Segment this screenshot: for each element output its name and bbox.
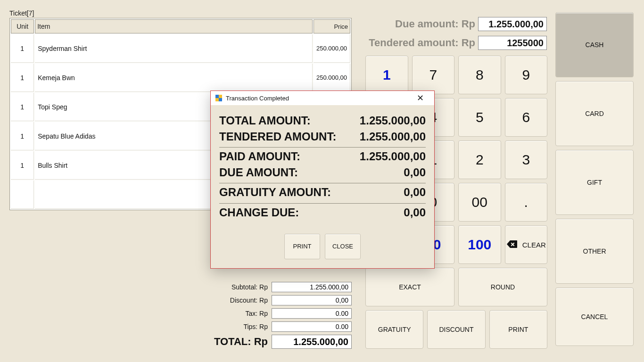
cell-price: 250.000,00: [314, 34, 350, 63]
discount-field[interactable]: [272, 295, 352, 305]
payment-methods: CASH CARD GIFT OTHER CANCEL: [555, 12, 634, 346]
totals-panel: Subtotal: Rp Discount: Rp Tax: Rp Tips: …: [9, 282, 352, 352]
round-button[interactable]: ROUND: [458, 268, 547, 306]
keypad-7[interactable]: 7: [412, 56, 455, 94]
cell-unit: 1: [11, 93, 34, 121]
dialog-title: Transaction Completed: [226, 95, 289, 102]
cell-item: Kemeja Bwn: [35, 64, 313, 92]
tips-label: Tips: Rp: [243, 323, 268, 330]
cell-unit: 1: [11, 151, 34, 180]
keypad-5[interactable]: 5: [458, 98, 501, 137]
modal-due-label: DUE AMOUNT:: [219, 165, 298, 181]
tendered-amount-label: Tendered amount: Rp: [369, 37, 475, 49]
col-header-item: Item: [35, 19, 313, 33]
pay-other-button[interactable]: OTHER: [555, 219, 634, 284]
keypad-2-bottom[interactable]: 2: [458, 140, 501, 179]
pay-gift-button[interactable]: GIFT: [555, 150, 634, 215]
quick-100[interactable]: 100: [458, 225, 501, 264]
col-header-unit: Unit: [11, 19, 34, 33]
discount-button[interactable]: DISCOUNT: [427, 310, 485, 349]
keypad-00[interactable]: 00: [458, 183, 501, 222]
cell-item: Spyderman Shirt: [35, 34, 313, 63]
dialog-body: TOTAL AMOUNT:1.255.000,00 TENDERED AMOUN…: [211, 105, 434, 259]
modal-total-value: 1.255.000,00: [360, 113, 426, 129]
keypad-9[interactable]: 9: [505, 56, 548, 94]
discount-label: Discount: Rp: [230, 296, 268, 304]
modal-tendered-label: TENDERED AMOUNT:: [219, 129, 336, 145]
pay-card-button[interactable]: CARD: [555, 81, 634, 146]
pay-cash-button[interactable]: CASH: [555, 12, 634, 77]
keypad-1[interactable]: 1: [365, 56, 408, 94]
total-label: TOTAL: Rp: [214, 336, 268, 348]
exact-button[interactable]: EXACT: [365, 268, 454, 306]
subtotal-label: Subtotal: Rp: [231, 283, 268, 291]
due-amount-label: Due amount: Rp: [395, 18, 475, 30]
transaction-completed-dialog: Transaction Completed ✕ TOTAL AMOUNT:1.2…: [210, 90, 435, 269]
cell-price: 250.000,00: [314, 64, 350, 92]
table-row[interactable]: 1 Spyderman Shirt 250.000,00: [11, 34, 350, 63]
keypad-6[interactable]: 6: [505, 98, 548, 137]
ticket-title: Ticket[7]: [9, 9, 352, 17]
tips-field[interactable]: [272, 321, 352, 332]
tendered-amount-field[interactable]: [478, 36, 547, 50]
backspace-icon: [506, 239, 518, 251]
keypad-dot[interactable]: .: [505, 183, 548, 222]
keypad-3-bottom[interactable]: 3: [505, 140, 548, 179]
keypad-8[interactable]: 8: [458, 56, 501, 94]
close-icon[interactable]: ✕: [411, 93, 429, 103]
modal-close-button[interactable]: CLOSE: [325, 234, 361, 259]
modal-change-label: CHANGE DUE:: [219, 205, 299, 221]
print-button[interactable]: PRINT: [489, 310, 547, 349]
dialog-titlebar[interactable]: Transaction Completed ✕: [211, 91, 434, 105]
modal-gratuity-value: 0,00: [404, 184, 426, 200]
modal-gratuity-label: GRATUITY AMOUNT:: [219, 184, 331, 200]
total-field[interactable]: [272, 335, 352, 349]
tax-field[interactable]: [272, 308, 352, 319]
modal-total-label: TOTAL AMOUNT:: [219, 113, 311, 129]
cell-unit: 1: [11, 64, 34, 92]
table-row[interactable]: 1 Kemeja Bwn 250.000,00: [11, 64, 350, 92]
cancel-button[interactable]: CANCEL: [555, 288, 634, 346]
amounts-panel: Due amount: Rp Tendered amount: Rp: [363, 17, 547, 55]
due-amount-field[interactable]: [478, 17, 547, 31]
modal-paid-label: PAID AMOUNT:: [219, 148, 300, 165]
modal-print-button[interactable]: PRINT: [284, 234, 320, 259]
subtotal-field[interactable]: [272, 282, 352, 292]
gratuity-button[interactable]: GRATUITY: [365, 310, 423, 349]
modal-change-value: 0,00: [404, 205, 426, 221]
modal-tendered-value: 1.255.000,00: [360, 129, 426, 145]
modal-paid-value: 1.255.000,00: [360, 148, 426, 165]
modal-due-value: 0,00: [404, 165, 426, 181]
tax-label: Tax: Rp: [246, 310, 268, 317]
col-header-price: Price: [314, 19, 350, 33]
clear-label: CLEAR: [522, 241, 546, 249]
cell-unit: 1: [11, 34, 34, 63]
app-icon: [215, 95, 222, 101]
clear-button[interactable]: CLEAR: [505, 225, 548, 264]
cell-unit: 1: [11, 122, 34, 150]
